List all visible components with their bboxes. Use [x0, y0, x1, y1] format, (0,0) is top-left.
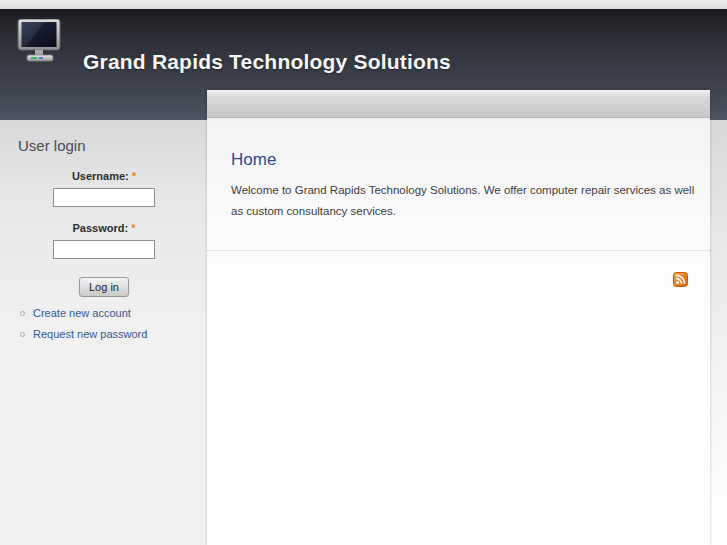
site-title[interactable]: Grand Rapids Technology Solutions — [83, 50, 451, 74]
required-marker: * — [132, 170, 136, 182]
username-label: Username: * — [52, 170, 156, 183]
required-marker: * — [131, 222, 135, 234]
username-input[interactable] — [53, 188, 155, 207]
main-panel: Home Welcome to Grand Rapids Technology … — [207, 90, 710, 545]
user-login-form: Username: * Password: * Log in — [52, 170, 156, 297]
content-divider — [207, 250, 710, 251]
site-logo[interactable] — [14, 19, 64, 65]
log-in-button[interactable]: Log in — [79, 277, 129, 297]
rss-feed-icon[interactable] — [673, 272, 688, 287]
content-area: Home Welcome to Grand Rapids Technology … — [207, 118, 710, 545]
request-new-password-link[interactable]: Request new password — [33, 328, 147, 340]
circle-bullet-icon — [20, 311, 25, 316]
password-input[interactable] — [53, 240, 155, 259]
create-new-account-link[interactable]: Create new account — [33, 307, 131, 319]
circle-bullet-icon — [20, 332, 25, 337]
computer-monitor-icon — [14, 51, 64, 68]
list-item: Create new account — [20, 307, 207, 319]
user-login-title: User login — [18, 137, 207, 154]
top-edge-strip — [0, 0, 727, 9]
password-label: Password: * — [52, 222, 156, 235]
right-margin-background — [710, 120, 727, 545]
sidebar: User login Username: * Password: * Log i… — [0, 120, 207, 349]
menu-bar — [207, 90, 710, 118]
login-links-list: Create new account Request new password — [20, 307, 207, 340]
list-item: Request new password — [20, 328, 207, 340]
welcome-text: Welcome to Grand Rapids Technology Solut… — [231, 180, 703, 222]
page-title: Home — [207, 118, 710, 170]
